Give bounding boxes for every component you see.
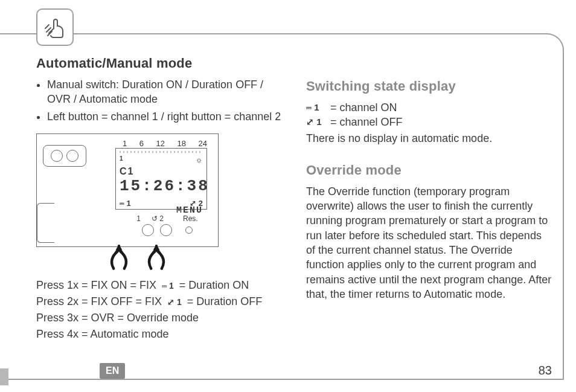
channel-on-text: = channel ON (330, 100, 397, 115)
press-sequence: Press 1x = FIX ON = FIX ⎓ 1 = Duration O… (36, 277, 282, 342)
override-body: The Override function (temporary program… (306, 184, 552, 301)
card-slot (37, 203, 54, 243)
scale-18: 18 (178, 139, 186, 148)
lcd-screen: 1C1 ☼ 15:26:38 ⎓ 1 ⤢ 2 MENU (115, 148, 207, 210)
right-column: Switching state display ⎓ 1 = channel ON… (306, 56, 552, 368)
switching-state-title: Switching state display (306, 79, 552, 94)
mode-bullets: Manual switch: Duration ON / Duration OF… (36, 77, 282, 124)
hour-scale: 1 6 12 18 24 (123, 139, 207, 148)
scale-1: 1 (123, 139, 127, 148)
off-icon: ⤢ 1 (165, 297, 184, 307)
press-2x: Press 2x = FIX OFF = FIX ⤢ 1 = Duration … (36, 294, 282, 310)
auto-mode-note: There is no display in automatic mode. (306, 131, 552, 146)
scale-6: 6 (139, 139, 144, 148)
off-icon: ⤢ 1 (306, 116, 327, 128)
finger-press-icon (36, 8, 74, 46)
sun-icon: ☼ (197, 155, 203, 177)
res-label: Res. (183, 214, 198, 223)
press-4x: Press 4x = Automatic mode (36, 326, 282, 342)
left-column: Automatic/Manual mode Manual switch: Dur… (36, 56, 282, 368)
on-icon: ⎓ 1 (159, 281, 176, 291)
binding-stub (0, 368, 8, 385)
auto-manual-title: Automatic/Manual mode (36, 56, 282, 71)
channel-indicator: 1C1 (120, 155, 134, 177)
channel-off-row: ⤢ 1 = channel OFF (306, 115, 552, 129)
lcd-menu: MENU (120, 205, 203, 216)
bullet-channel-buttons: Left button = channel 1 / right button =… (47, 109, 282, 124)
scale-12: 12 (156, 139, 165, 148)
button-1 (142, 224, 154, 236)
timer-device-diagram: 1 6 12 18 24 1C1 ☼ 15:26:38 (36, 133, 219, 247)
press-arrows (106, 245, 170, 271)
language-badge: EN (100, 363, 125, 379)
on-icon: ⎓ 1 (306, 101, 327, 114)
lcd-time: 15:26:38 (120, 177, 203, 195)
button-2 (160, 224, 172, 236)
channel-off-text: = channel OFF (330, 115, 403, 129)
page-number: 83 (539, 364, 552, 378)
reset-hole (185, 227, 193, 234)
scale-24: 24 (199, 139, 207, 148)
channel-on-row: ⎓ 1 = channel ON (306, 100, 552, 115)
press-1x: Press 1x = FIX ON = FIX ⎓ 1 = Duration O… (36, 277, 282, 294)
btn2-label: 2 (159, 214, 164, 223)
btn1-label: 1 (136, 214, 141, 223)
battery-slot (43, 145, 86, 167)
bullet-manual-switch: Manual switch: Duration ON / Duration OF… (47, 77, 282, 107)
press-3x: Press 3x = OVR = Override mode (36, 310, 282, 326)
lcd-sw1: ⎓ 1 (120, 199, 131, 208)
device-buttons: 1 ↻ 2 Res. (123, 214, 212, 236)
swap-icon: ↻ (152, 214, 158, 223)
override-title: Override mode (306, 162, 552, 178)
